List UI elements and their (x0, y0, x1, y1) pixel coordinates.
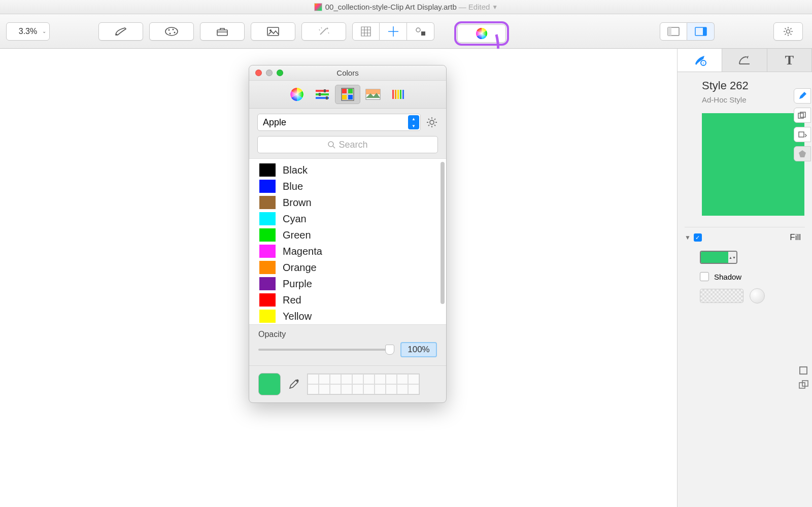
settings-button[interactable] (773, 22, 803, 41)
scrollbar[interactable] (441, 162, 445, 304)
color-list-item[interactable]: Orange (249, 259, 446, 276)
svg-point-5 (170, 32, 171, 34)
grid-icon (360, 26, 371, 37)
gear-icon (783, 26, 794, 37)
color-name: Magenta (283, 246, 322, 257)
opacity-label: Opacity (258, 330, 437, 339)
svg-point-8 (269, 29, 272, 31)
svg-rect-35 (342, 95, 347, 99)
opacity-value-input[interactable]: 100% (400, 342, 437, 357)
svg-point-9 (416, 28, 420, 32)
single-fill-icon[interactable] (799, 366, 808, 375)
color-list-item[interactable]: Blue (249, 178, 446, 194)
zoom-dropdown[interactable]: 3.3% ⌄ (6, 22, 50, 41)
palette-select[interactable]: Apple ▲▼ (257, 114, 421, 131)
slider-thumb[interactable] (385, 345, 394, 355)
color-list-item[interactable]: Black (249, 162, 446, 178)
pencils-tab[interactable] (386, 85, 411, 104)
pen-tool-button[interactable] (98, 22, 143, 41)
svg-point-3 (173, 28, 174, 30)
title-chevron-down-icon[interactable]: ▼ (492, 4, 498, 11)
copy-style-button[interactable] (794, 108, 811, 123)
color-picker-mode-tabs (249, 81, 446, 109)
color-swatch (259, 196, 276, 209)
inspector-tabs: i T (678, 49, 812, 72)
color-search-input[interactable]: Search (257, 136, 438, 153)
snap-toggle[interactable] (407, 22, 434, 41)
image-button[interactable] (251, 22, 295, 41)
svg-point-0 (116, 33, 118, 35)
color-button-callout (454, 21, 509, 46)
opacity-slider[interactable] (258, 349, 393, 351)
copy-icon (798, 112, 807, 119)
svg-rect-33 (342, 89, 347, 93)
color-list-item[interactable]: Green (249, 227, 446, 243)
color-list-item[interactable]: Yellow (249, 308, 446, 324)
svg-rect-32 (326, 96, 328, 99)
panel-left-icon (667, 27, 680, 36)
shape-style-button[interactable] (794, 146, 811, 161)
svg-rect-21 (799, 132, 804, 137)
svg-rect-34 (348, 89, 353, 93)
color-swatch (259, 245, 276, 258)
left-panel-toggle[interactable] (660, 22, 687, 41)
colors-toolbar-button[interactable] (457, 24, 506, 43)
shadow-angle-dial[interactable] (750, 288, 765, 303)
svg-rect-6 (217, 30, 227, 36)
fill-section-header[interactable]: ▼ ✓ Fill (685, 227, 805, 248)
current-color-swatch[interactable] (258, 373, 281, 395)
fill-color-well[interactable]: ▲▼ (700, 251, 737, 264)
svg-text:i: i (703, 61, 704, 65)
wand-icon (317, 26, 330, 37)
svg-rect-39 (366, 89, 380, 94)
color-wheel-tab[interactable] (284, 85, 310, 104)
color-wells[interactable] (307, 374, 420, 395)
color-wheel-icon (289, 87, 304, 102)
color-swatch (259, 293, 276, 307)
search-placeholder: Search (339, 140, 367, 150)
color-list-item[interactable]: Magenta (249, 243, 446, 259)
palette-options-button[interactable] (426, 116, 438, 128)
edit-style-button[interactable] (794, 88, 811, 104)
image-icon (365, 89, 381, 100)
library-button[interactable] (200, 22, 245, 41)
color-list-item[interactable]: Purple (249, 276, 446, 292)
shadow-checkbox[interactable] (700, 272, 709, 281)
fill-enabled-checkbox[interactable]: ✓ (694, 233, 702, 242)
main-toolbar: 3.3% ⌄ (0, 14, 812, 49)
color-sliders-tab[interactable] (310, 85, 335, 104)
svg-rect-22 (800, 367, 807, 374)
svg-rect-42 (397, 90, 399, 99)
search-icon (327, 141, 335, 149)
palette-grid-icon (341, 87, 355, 102)
image-palettes-tab[interactable] (360, 85, 386, 104)
multi-fill-icon[interactable] (799, 380, 809, 390)
effects-button[interactable] (301, 22, 346, 41)
inspector-tab-style[interactable]: i (678, 49, 722, 72)
right-panel-toggle[interactable] (687, 22, 715, 41)
snap-icon (415, 27, 427, 36)
shadow-color-well[interactable] (700, 289, 743, 303)
zoom-value: 3.3% (19, 27, 37, 36)
grid-toggle[interactable] (352, 22, 380, 41)
colors-panel-titlebar[interactable]: Colors (249, 65, 446, 81)
pentagon-icon (798, 150, 806, 158)
inspector-tab-text[interactable]: T (767, 49, 812, 72)
guides-toggle[interactable] (380, 22, 407, 41)
svg-point-4 (174, 31, 176, 33)
color-list-item[interactable]: Cyan (249, 211, 446, 227)
color-palettes-tab[interactable] (335, 85, 360, 104)
brush-tool-button[interactable] (149, 22, 194, 41)
fill-section-label: Fill (790, 232, 801, 243)
color-list-item[interactable]: Brown (249, 194, 446, 211)
eyedropper-button[interactable] (288, 378, 300, 390)
inspector-tab-geometry[interactable] (722, 49, 767, 72)
color-name: Green (283, 229, 311, 241)
color-wheel-icon (475, 27, 488, 40)
chevron-down-icon: ⌄ (42, 28, 46, 34)
svg-rect-40 (392, 90, 394, 99)
pencil-icon (798, 91, 807, 100)
color-name: Brown (283, 197, 312, 209)
paste-style-button[interactable] (794, 127, 811, 142)
color-list-item[interactable]: Red (249, 292, 446, 308)
